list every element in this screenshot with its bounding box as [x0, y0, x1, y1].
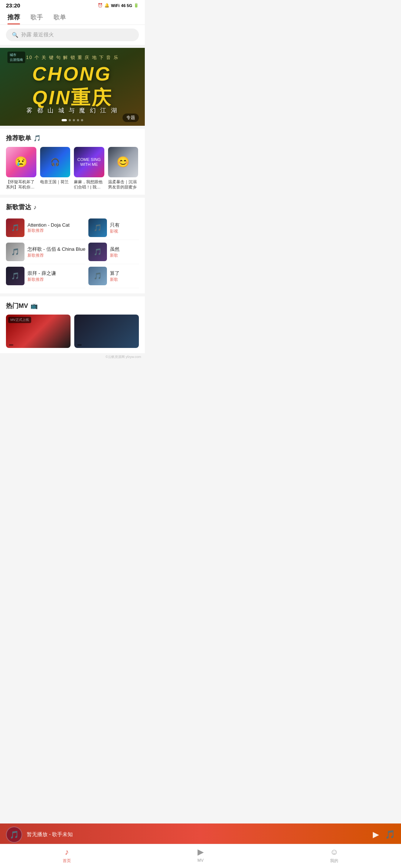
- watermark: ©云帆资源网 yfzyw.com: [0, 353, 145, 389]
- cover-art-4: 😊: [117, 156, 130, 168]
- dot-5: [81, 119, 83, 121]
- song-item-suiran[interactable]: 🎵 虽然 新歌: [88, 240, 139, 264]
- mv-thumb-1: MV正式上线: [6, 315, 71, 348]
- song-item-attention[interactable]: 🎵 Attention - Doja Cat 新歌推荐: [6, 216, 85, 240]
- cover-art-2: 🎧: [50, 158, 60, 167]
- song-info-zhiyou: 只有 影视: [110, 222, 139, 234]
- song-col-right: 🎵 只有 影视 🎵 虽然 新歌 🎵: [88, 216, 139, 288]
- playlist-item-2[interactable]: 🎧 电音王国｜荷兰: [40, 147, 71, 190]
- song-cover-suanle: 🎵: [88, 267, 107, 285]
- hot-mv-title: 热门MV 📺: [6, 302, 139, 310]
- song-tag-zenyang: 新歌推荐: [27, 253, 85, 258]
- recommend-title: 推荐歌单 🎵: [6, 134, 139, 142]
- banner-city-label: 城市云游指南: [7, 52, 25, 63]
- song-col-left: 🎵 Attention - Doja Cat 新歌推荐 🎵 怎样歌 - 伍佰 &…: [6, 216, 85, 288]
- song-art-6: 🎵: [94, 272, 102, 280]
- song-art-3: 🎵: [11, 272, 19, 280]
- mv-item-1[interactable]: MV正式上线: [6, 315, 71, 348]
- song-item-chongbai[interactable]: 🎵 崇拜 - 薛之谦 新歌推荐: [6, 264, 85, 288]
- playlist-cover-4: 😊: [108, 147, 138, 177]
- song-item-zenyang[interactable]: 🎵 怎样歌 - 伍佰 & China Blue 新歌推荐: [6, 240, 85, 264]
- cover-art-1: 😢: [14, 156, 27, 168]
- tab-playlist[interactable]: 歌单: [53, 13, 66, 24]
- recommend-section: 推荐歌单 🎵 😢 【怀疑耳机坏了系列】耳机你对耳... 🎧 电音王国｜荷兰 CO…: [0, 129, 145, 195]
- battery-icon: 🔋: [134, 3, 139, 8]
- banner-chongqing-text: CHONGQIN重庆: [32, 63, 113, 111]
- search-bar-container: 🔍 孙露 最近很火: [0, 25, 145, 45]
- status-bar: 23:20 ⏰ 🔔 WiFi 46 5G 🔋: [0, 0, 145, 10]
- song-title-attention: Attention - Doja Cat: [27, 222, 85, 228]
- search-placeholder: 孙露 最近很火: [21, 32, 54, 38]
- song-art-4: 🎵: [94, 224, 102, 232]
- song-cover-zenyang: 🎵: [6, 243, 25, 261]
- playlist-item-3[interactable]: COME SING WITH ME 麻麻，我想跟他们合唱！| 我想和...: [74, 147, 104, 190]
- song-tag-zhiyou: 影视: [110, 228, 139, 234]
- song-art-5: 🎵: [94, 248, 102, 256]
- song-radar-grid: 🎵 Attention - Doja Cat 新歌推荐 🎵 怎样歌 - 伍佰 &…: [6, 216, 139, 288]
- search-input[interactable]: 🔍 孙露 最近很火: [6, 29, 139, 41]
- tab-recommend[interactable]: 推荐: [7, 13, 20, 24]
- playlist-item-1[interactable]: 😢 【怀疑耳机坏了系列】耳机你对耳...: [6, 147, 36, 190]
- banner[interactable]: 城市云游指南 10 个 关 键 句 解 锁 重 庆 地 下 音 乐 CHONGQ…: [0, 48, 145, 126]
- song-info-zenyang: 怎样歌 - 伍佰 & China Blue 新歌推荐: [27, 246, 85, 258]
- signal-icon: 46 5G: [121, 3, 132, 8]
- banner-container[interactable]: 城市云游指南 10 个 关 键 句 解 锁 重 庆 地 下 音 乐 CHONGQ…: [0, 48, 145, 126]
- song-cover-chongbai: 🎵: [6, 267, 25, 285]
- song-art-1: 🎵: [11, 224, 19, 232]
- hot-mv-label: 热门MV: [6, 302, 28, 310]
- song-title-chongbai: 崇拜 - 薛之谦: [27, 270, 85, 277]
- hot-mv-section: 热门MV 📺 MV正式上线: [0, 296, 145, 353]
- playlist-cover-1: 😢: [6, 147, 36, 177]
- top-tabs: 推荐 歌手 歌单: [0, 10, 145, 25]
- song-art-2: 🎵: [11, 248, 19, 256]
- song-tag-attention: 新歌推荐: [27, 228, 85, 233]
- playlist-name-4: 温柔暴击｜沉溺男友音的甜蜜乡: [108, 179, 138, 190]
- song-tag-suanle: 新歌: [110, 277, 139, 282]
- banner-zhuan-button[interactable]: 专题: [123, 114, 139, 122]
- search-icon: 🔍: [12, 32, 18, 38]
- song-title-zhiyou: 只有: [110, 222, 139, 228]
- song-cover-zhiyou: 🎵: [88, 218, 107, 237]
- song-cover-suiran: 🎵: [88, 243, 107, 261]
- song-title-suiran: 虽然: [110, 246, 139, 253]
- mv-icon: 📺: [30, 302, 38, 309]
- mv-item-2[interactable]: [74, 315, 139, 348]
- banner-subtitle: 雾 都 山 城 与 魔 幻 江 湖: [26, 107, 118, 115]
- dot-4: [77, 119, 79, 121]
- music-note-icon: ♪: [33, 204, 36, 211]
- dot-1: [62, 119, 67, 121]
- song-info-suanle: 算了 新歌: [110, 270, 139, 282]
- new-songs-label: 新歌雷达: [6, 203, 31, 211]
- dot-3: [73, 119, 75, 121]
- new-songs-section: 新歌雷达 ♪ 🎵 Attention - Doja Cat 新歌推荐 🎵 怎样歌…: [0, 198, 145, 293]
- playlist-cover-2: 🎧: [40, 147, 71, 177]
- tab-singer[interactable]: 歌手: [30, 13, 43, 24]
- music-icon: 🎵: [33, 135, 41, 142]
- playlist-name-1: 【怀疑耳机坏了系列】耳机你对耳...: [6, 179, 36, 190]
- mv-row: MV正式上线: [6, 315, 139, 348]
- song-item-suanle[interactable]: 🎵 算了 新歌: [88, 264, 139, 288]
- status-icons: ⏰ 🔔 WiFi 46 5G 🔋: [98, 3, 139, 8]
- song-item-zhiyou[interactable]: 🎵 只有 影视: [88, 216, 139, 240]
- new-songs-title: 新歌雷达 ♪: [6, 203, 139, 211]
- mv-badge-1: MV正式上线: [8, 317, 31, 323]
- song-title-suanle: 算了: [110, 270, 139, 277]
- song-info-attention: Attention - Doja Cat 新歌推荐: [27, 222, 85, 233]
- song-title-zenyang: 怎样歌 - 伍佰 & China Blue: [27, 246, 85, 253]
- playlist-name-2: 电音王国｜荷兰: [40, 179, 71, 184]
- alarm-icon: ⏰: [98, 3, 103, 8]
- playlist-grid: 😢 【怀疑耳机坏了系列】耳机你对耳... 🎧 电音王国｜荷兰 COME SING…: [6, 147, 139, 190]
- song-tag-suiran: 新歌: [110, 253, 139, 258]
- mv-label-1: [9, 344, 13, 346]
- song-cover-attention: 🎵: [6, 218, 25, 237]
- come-sing-text: COME SING WITH ME: [75, 157, 103, 167]
- song-info-chongbai: 崇拜 - 薛之谦 新歌推荐: [27, 270, 85, 282]
- playlist-cover-3: COME SING WITH ME: [74, 147, 104, 177]
- banner-dots: [62, 119, 83, 121]
- mv-thumb-2: [74, 315, 139, 348]
- wifi-icon: WiFi: [111, 3, 120, 8]
- mv-label-2: [77, 344, 82, 346]
- song-tag-chongbai: 新歌推荐: [27, 277, 85, 282]
- playlist-item-4[interactable]: 😊 温柔暴击｜沉溺男友音的甜蜜乡: [108, 147, 138, 190]
- song-info-suiran: 虽然 新歌: [110, 246, 139, 258]
